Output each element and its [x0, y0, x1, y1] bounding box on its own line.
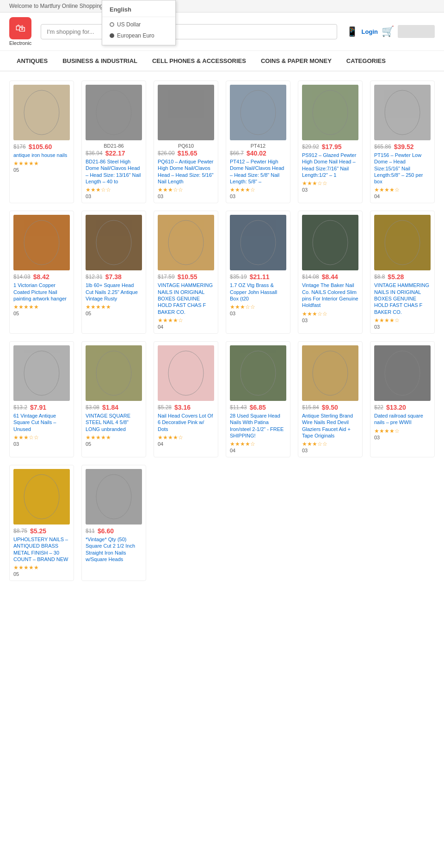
new-price: $1.84	[102, 404, 118, 411]
product-image	[230, 85, 286, 140]
product-image	[374, 345, 431, 401]
review-count: 03	[230, 194, 286, 199]
review-count: 05	[13, 167, 70, 173]
product-card[interactable]: BD21-86 $36.94 $22.17 BD21-86 Steel High…	[81, 81, 146, 203]
new-price: $17.95	[322, 143, 342, 150]
product-card[interactable]: $35.19 $21.11 1.7 OZ Vtg Brass & Copper …	[226, 211, 290, 333]
svg-point-5	[168, 90, 204, 135]
price-row: $35.19 $21.11	[230, 273, 286, 281]
review-count: 03	[374, 435, 431, 440]
price-row: $11.43 $6.85	[230, 404, 286, 411]
old-price: $26.00	[158, 150, 175, 156]
product-card[interactable]: $14.08 $8.44 Vintage The Baker Nail Co. …	[298, 211, 363, 333]
product-title: antique iron house nails	[13, 152, 70, 158]
product-card[interactable]: $12.31 $7.38 1lb 60+ Square Head Cut Nai…	[81, 211, 146, 333]
review-count: 05	[86, 441, 142, 447]
product-card[interactable]: $17.59 $10.55 VINTAGE HAMMERING NAILS IN…	[154, 211, 218, 333]
new-price: $10.55	[178, 273, 197, 281]
star-rating: ★★★★☆	[374, 317, 431, 324]
product-image	[230, 215, 286, 270]
product-card[interactable]: $176 $105.60 antique iron house nails ★★…	[9, 81, 74, 203]
old-price: $12.31	[86, 274, 103, 280]
star-rating: ★★★☆☆	[158, 187, 214, 193]
product-image	[158, 215, 214, 270]
dropdown-euro[interactable]: European Euro	[102, 30, 175, 41]
price-row: $65.86 $39.52	[374, 143, 431, 150]
search-input[interactable]	[41, 24, 337, 39]
old-price: $11.43	[230, 404, 247, 411]
nav-item-categories[interactable]: CATEGORIES	[339, 51, 393, 71]
review-count: 03	[374, 324, 431, 330]
new-price: $7.91	[30, 404, 46, 411]
product-image	[13, 85, 70, 140]
new-price: $40.02	[247, 150, 266, 157]
new-price: $6.85	[250, 404, 266, 411]
product-image	[374, 215, 431, 270]
star-rating: ★★★★★	[13, 564, 70, 571]
product-card[interactable]: PQ610 $26.00 $15.65 PQ610 – Antique Pewt…	[154, 81, 218, 203]
product-grid: $176 $105.60 antique iron house nails ★★…	[9, 81, 435, 581]
star-rating: ★★★☆☆	[13, 434, 70, 441]
old-price: $15.84	[302, 404, 319, 411]
nav-item-business---industrial[interactable]: BUSINESS & INDUSTRIAL	[55, 51, 145, 71]
new-price: $9.50	[322, 404, 338, 411]
new-price: $39.52	[394, 143, 414, 150]
product-image	[302, 85, 358, 140]
svg-point-27	[96, 351, 131, 395]
product-card[interactable]: $11.43 $6.85 28 Used Square Head Nails W…	[226, 341, 290, 457]
price-row: $22 $13.20	[374, 404, 431, 411]
review-count: 03	[302, 187, 358, 193]
svg-point-11	[385, 90, 420, 135]
old-price: $8.75	[13, 528, 27, 534]
nav-item-cell-phones---accessories[interactable]: CELL PHONES & ACCESSORIES	[145, 51, 253, 71]
price-row: $8.75 $5.25	[13, 527, 70, 535]
dropdown-usdollar[interactable]: US Dollar	[102, 19, 175, 30]
product-image	[86, 85, 142, 140]
top-bar: Welcome to Martfury Online Shopping Stor…	[0, 0, 444, 12]
svg-point-35	[385, 351, 420, 395]
product-title: 1lb 60+ Square Head Cut Nails 2.25" Anti…	[86, 282, 142, 302]
product-card[interactable]: $15.84 $9.50 Antique Sterling Brand Wire…	[298, 341, 363, 457]
header-right: 📱 Login 🛒	[346, 25, 435, 38]
star-rating: ★★★★☆	[230, 441, 286, 447]
product-card[interactable]: $8.75 $5.25 UPHOLSTERY NAILS – ANTIQUED …	[9, 465, 74, 581]
old-price: $29.92	[302, 144, 319, 150]
product-title: VINTAGE SQUARE STEEL NAIL 4 5/8" LONG un…	[86, 412, 142, 432]
language-dropdown[interactable]: English US Dollar European Euro	[102, 0, 176, 45]
nav-item-antiques[interactable]: ANTIQUES	[9, 51, 55, 71]
new-price: $5.25	[30, 527, 46, 535]
price-row: $12.31 $7.38	[86, 273, 142, 281]
old-price: $66.7	[230, 150, 244, 156]
product-card[interactable]: $65.86 $39.52 PT156 – Pewter Low Dome – …	[370, 81, 435, 203]
product-card[interactable]: $29.92 $17.95 PS912 – Glazed Pewter High…	[298, 81, 363, 203]
old-price: $11	[86, 528, 95, 534]
product-card[interactable]: PT412 $66.7 $40.02 PT412 – Pewter High D…	[226, 81, 290, 203]
price-row: $14.08 $8.44	[302, 273, 358, 281]
svg-point-21	[313, 220, 348, 265]
product-image	[86, 345, 142, 401]
review-count: 04	[158, 441, 214, 447]
product-card[interactable]: $8.8 $5.28 VINTAGE HAMMERING NAILS IN OR…	[370, 211, 435, 333]
star-rating: ★★★★★	[13, 160, 70, 167]
product-card[interactable]: $3.08 $1.84 VINTAGE SQUARE STEEL NAIL 4 …	[81, 341, 146, 457]
nav-item-coins---paper-money[interactable]: COINS & PAPER MONEY	[253, 51, 339, 71]
review-count: 03	[13, 441, 70, 447]
new-price: $15.65	[178, 150, 197, 157]
product-card[interactable]: $13.2 $7.91 61 Vintage Antique Square Cu…	[9, 341, 74, 457]
product-title: 61 Vintage Antique Square Cut Nails – Un…	[13, 412, 70, 432]
product-image	[302, 345, 358, 401]
review-count: 04	[158, 324, 214, 330]
product-card[interactable]: $22 $13.20 Dated railroad square nails –…	[370, 341, 435, 457]
product-card[interactable]: $11 $6.60 *Vintage* Qty (50) Square Cut …	[81, 465, 146, 581]
product-title: PT412 – Pewter High Dome Nail/Clavos Hea…	[230, 158, 286, 185]
product-card[interactable]: $5.28 $3.16 Nail Head Covers Lot Of 6 De…	[154, 341, 218, 457]
price-row: $15.84 $9.50	[302, 404, 358, 411]
svg-point-3	[96, 90, 131, 135]
product-card[interactable]: $14.03 $8.42 1 Victorian Copper Coated P…	[9, 211, 74, 333]
star-rating: ★★★★☆	[158, 317, 214, 324]
product-title: 1 Victorian Copper Coated Picture Nail p…	[13, 282, 70, 302]
login-button[interactable]: Login	[362, 28, 378, 35]
star-rating: ★★★☆☆	[86, 187, 142, 193]
price-row: $3.08 $1.84	[86, 404, 142, 411]
review-count: 05	[13, 571, 70, 577]
